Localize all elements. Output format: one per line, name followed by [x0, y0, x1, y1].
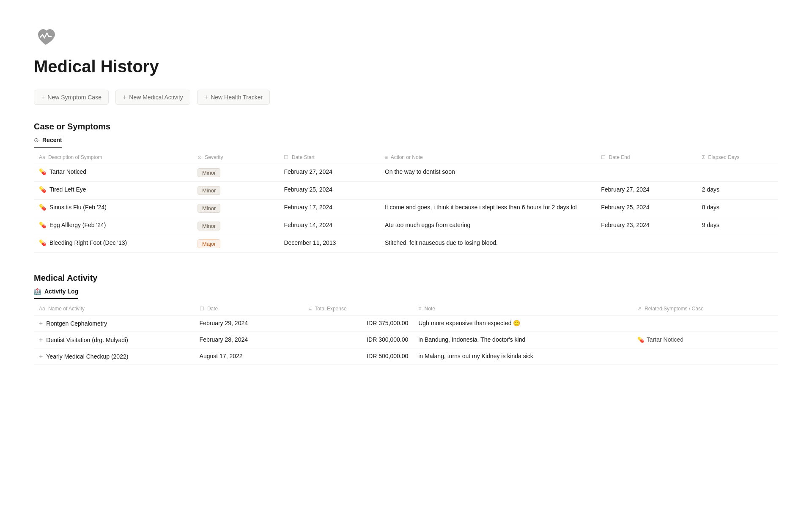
activity-icon: + [39, 336, 43, 344]
col-header-name: Aa Name of Activity [34, 302, 195, 315]
activity-icon: + [39, 320, 43, 327]
symptom-description: Egg Alllergy (Feb '24) [49, 222, 106, 228]
activity-table-row[interactable]: + Rontgen Cephalometry February 29, 2024… [34, 315, 778, 332]
activity-date-cell: August 17, 2022 [195, 348, 304, 365]
symptoms-table-row[interactable]: 💊 Tartar Noticed Minor February 27, 2024… [34, 164, 778, 182]
activity-table-row[interactable]: + Yearly Medical Checkup (2022) August 1… [34, 348, 778, 365]
plus-icon: + [204, 93, 208, 101]
symptom-icon: 💊 [39, 222, 46, 228]
col-header-related: ↗ Related Symptoms / Case [632, 302, 778, 315]
symptom-icon: 💊 [39, 186, 46, 193]
plus-icon: + [41, 93, 45, 101]
severity-badge: Major [198, 239, 221, 248]
actions-row: + New Symptom Case + New Medical Activit… [34, 90, 778, 105]
activity-related-cell: 💊Tartar Noticed [632, 332, 778, 348]
symptoms-tab-recent[interactable]: ⊙ Recent [34, 137, 62, 148]
date-end-cell: February 23, 2024 [596, 217, 697, 235]
symptoms-table-row[interactable]: 💊 Bleeding Right Foot (Dec '13) Major De… [34, 235, 778, 253]
activity-name: Yearly Medical Checkup (2022) [46, 353, 128, 360]
col-header-dateend: ☐ Date End [596, 151, 697, 164]
date-end-cell: February 25, 2024 [596, 200, 697, 217]
elapsed-days-cell: 2 days [697, 182, 778, 200]
new-medical-activity-button[interactable]: + New Medical Activity [115, 90, 190, 105]
elapsed-days-cell [697, 235, 778, 253]
elapsed-days-cell [697, 164, 778, 182]
col-header-note: ≡ Note [413, 302, 632, 315]
activity-tab-log[interactable]: 🏥 Activity Log [34, 288, 78, 299]
col-header-elapsed: Σ Elapsed Days [697, 151, 778, 164]
symptoms-table-row[interactable]: 💊 Egg Alllergy (Feb '24) Minor February … [34, 217, 778, 235]
activity-name: Rontgen Cephalometry [46, 320, 107, 327]
activity-section: Medical Activity 🏥 Activity Log Aa Name … [34, 273, 778, 365]
symptoms-table-row[interactable]: 💊 Tired Left Eye Minor February 25, 2024… [34, 182, 778, 200]
date-start-cell: February 27, 2024 [279, 164, 380, 182]
action-note-cell: It come and goes, i think it because i s… [380, 200, 596, 217]
plus-icon: + [123, 93, 126, 101]
elapsed-days-cell: 9 days [697, 217, 778, 235]
action-note-cell: Ate too much eggs from catering [380, 217, 596, 235]
severity-badge: Minor [198, 222, 221, 230]
symptom-description: Sinusitis Flu (Feb '24) [49, 204, 107, 211]
col-header-datestart: ☐ Date Start [279, 151, 380, 164]
new-medical-activity-label: New Medical Activity [129, 94, 183, 101]
activity-section-title: Medical Activity [34, 273, 778, 283]
header-icon [34, 25, 778, 57]
new-health-tracker-button[interactable]: + New Health Tracker [197, 90, 270, 105]
activity-date-cell: February 28, 2024 [195, 332, 304, 348]
activity-name: Dentist Visitation (drg. Mulyadi) [46, 337, 128, 343]
activity-icon: + [39, 353, 43, 360]
bag-icon: 🏥 [34, 288, 41, 295]
activity-expense-cell: IDR 375,000.00 [304, 315, 413, 332]
col-header-description: Aa Description of Symptom [34, 151, 192, 164]
symptoms-table-row[interactable]: 💊 Sinusitis Flu (Feb '24) Minor February… [34, 200, 778, 217]
severity-badge: Minor [198, 186, 221, 195]
activity-note-cell: in Bandung, Indonesia. The doctor's kind [413, 332, 632, 348]
action-note-cell [380, 182, 596, 200]
activity-note-cell: in Malang, turns out my Kidney is kinda … [413, 348, 632, 365]
activity-expense-cell: IDR 500,000.00 [304, 348, 413, 365]
related-case-icon: 💊 [637, 337, 644, 343]
action-note-cell: On the way to dentist soon [380, 164, 596, 182]
symptoms-tab-label: Recent [42, 137, 62, 143]
date-start-cell: February 17, 2024 [279, 200, 380, 217]
date-start-cell: February 14, 2024 [279, 217, 380, 235]
severity-badge: Minor [198, 204, 221, 213]
symptoms-section: Case or Symptoms ⊙ Recent Aa Description… [34, 122, 778, 253]
activity-tab-label: Activity Log [44, 288, 78, 295]
symptom-icon: 💊 [39, 204, 46, 211]
symptom-description: Bleeding Right Foot (Dec '13) [49, 239, 127, 246]
col-header-date: ☐ Date [195, 302, 304, 315]
col-header-action: ≡ Action or Note [380, 151, 596, 164]
activity-note-cell: Ugh more expensive than expected 😑 [413, 315, 632, 332]
symptom-description: Tartar Noticed [49, 168, 86, 175]
elapsed-days-cell: 8 days [697, 200, 778, 217]
col-header-severity: ⊙ Severity [192, 151, 279, 164]
symptom-icon: 💊 [39, 168, 46, 175]
date-start-cell: February 25, 2024 [279, 182, 380, 200]
date-end-cell: February 27, 2024 [596, 182, 697, 200]
action-note-cell: Stitched, felt nauseous due to losing bl… [380, 235, 596, 253]
new-health-tracker-label: New Health Tracker [211, 94, 263, 101]
symptoms-section-title: Case or Symptoms [34, 122, 778, 132]
date-start-cell: December 11, 2013 [279, 235, 380, 253]
clock-icon: ⊙ [34, 137, 39, 143]
col-header-expense: # Total Expense [304, 302, 413, 315]
activity-table: Aa Name of Activity ☐ Date # Total Expen… [34, 302, 778, 365]
severity-badge: Minor [198, 168, 221, 177]
date-end-cell [596, 164, 697, 182]
date-end-cell [596, 235, 697, 253]
new-symptom-case-label: New Symptom Case [47, 94, 102, 101]
activity-related-cell [632, 348, 778, 365]
symptom-description: Tired Left Eye [49, 186, 86, 193]
activity-related-cell [632, 315, 778, 332]
related-case-name: Tartar Noticed [647, 336, 683, 343]
activity-table-row[interactable]: + Dentist Visitation (drg. Mulyadi) Febr… [34, 332, 778, 348]
page-title: Medical History [34, 57, 778, 76]
symptom-icon: 💊 [39, 239, 46, 246]
activity-date-cell: February 29, 2024 [195, 315, 304, 332]
activity-expense-cell: IDR 300,000.00 [304, 332, 413, 348]
symptoms-table: Aa Description of Symptom ⊙ Severity ☐ D… [34, 151, 778, 253]
new-symptom-case-button[interactable]: + New Symptom Case [34, 90, 109, 105]
